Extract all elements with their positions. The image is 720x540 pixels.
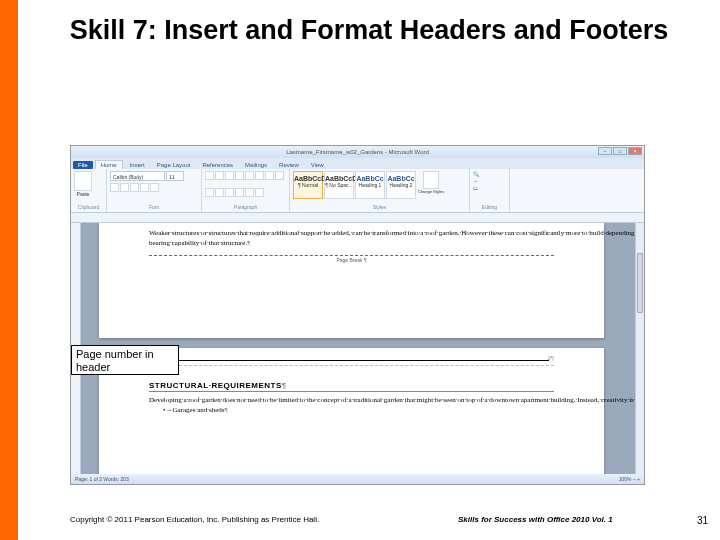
- select-button[interactable]: ▭: [473, 185, 478, 191]
- indent-button[interactable]: [245, 171, 254, 180]
- window-title-text: Lastname_Firstname_w02_Gardens - Microso…: [286, 149, 429, 155]
- shading-button[interactable]: [245, 188, 254, 197]
- change-styles-label: Change Styles: [418, 189, 444, 194]
- callout-box: Page number in header: [71, 345, 179, 375]
- status-bar: Page: 1 of 2 Words: 203 100% – +: [71, 474, 644, 484]
- tab-home[interactable]: Home: [95, 160, 123, 169]
- bullet-item-1: •→Garages·and·sheds: [163, 406, 554, 416]
- paragraph-text-1: Weaker·structures·or·structures·that·req…: [149, 229, 554, 249]
- justify-button[interactable]: [225, 188, 234, 197]
- paragraph-group-label: Paragraph: [205, 204, 286, 210]
- scrollbar-thumb[interactable]: [637, 253, 643, 313]
- window-titlebar: Lastname_Firstname_w02_Gardens - Microso…: [71, 146, 644, 158]
- page-1-bottom[interactable]: Weaker·structures·or·structures·that·req…: [99, 223, 604, 338]
- footer-series: Skills for Success with Office 2010 Vol.…: [458, 515, 613, 524]
- word-window: Lastname_Firstname_w02_Gardens - Microso…: [71, 146, 644, 484]
- style-gallery[interactable]: AaBbCcDc ¶ Normal AaBbCcDc ¶ No Spac... …: [293, 171, 416, 199]
- slide-accent-bar: [0, 0, 18, 540]
- paste-label: Paste: [74, 191, 92, 197]
- borders-button[interactable]: [255, 188, 264, 197]
- status-left: Page: 1 of 2 Words: 203: [75, 474, 129, 484]
- clipboard-group-label: Clipboard: [74, 204, 103, 210]
- bold-button[interactable]: [110, 183, 119, 192]
- italic-button[interactable]: [120, 183, 129, 192]
- window-controls: – □ ×: [598, 147, 642, 155]
- bullets-button[interactable]: [205, 171, 214, 180]
- slide-number: 31: [697, 515, 708, 526]
- align-right-button[interactable]: [215, 188, 224, 197]
- style-normal[interactable]: AaBbCcDc ¶ Normal: [293, 171, 323, 199]
- font-group-label: Font: [110, 204, 198, 210]
- paragraph-text-2: Developing·a·roof·garden·does·not·need·t…: [149, 396, 554, 406]
- tab-file[interactable]: File: [73, 161, 93, 169]
- ribbon-group-styles: AaBbCcDc ¶ Normal AaBbCcDc ¶ No Spac... …: [290, 169, 470, 212]
- dedent-button[interactable]: [235, 171, 244, 180]
- align-left-button[interactable]: [275, 171, 284, 180]
- ribbon-group-paragraph: Paragraph: [202, 169, 290, 212]
- styles-group-label: Styles: [293, 204, 466, 210]
- strike-button[interactable]: [140, 183, 149, 192]
- sort-button[interactable]: [255, 171, 264, 180]
- heading-structural-requirements: STRUCTURAL·REQUIREMENTS: [149, 380, 554, 392]
- header-page-number: 2¶: [547, 354, 554, 362]
- callout-leader-line: [179, 360, 549, 361]
- ribbon-group-clipboard: Paste Clipboard: [71, 169, 107, 212]
- horizontal-ruler[interactable]: [71, 213, 644, 223]
- tab-page-layout[interactable]: Page Layout: [152, 161, 196, 169]
- maximize-button[interactable]: □: [613, 147, 627, 155]
- paste-button[interactable]: [74, 171, 92, 191]
- ribbon-group-font: Calibri (Body) 11 Font: [107, 169, 202, 212]
- tab-view[interactable]: View: [306, 161, 329, 169]
- word-screenshot: Lastname_Firstname_w02_Gardens - Microso…: [70, 145, 645, 485]
- tab-references[interactable]: References: [197, 161, 238, 169]
- underline-button[interactable]: [130, 183, 139, 192]
- replace-button[interactable]: ↔: [473, 178, 478, 184]
- style-nospacing[interactable]: AaBbCcDc ¶ No Spac...: [324, 171, 354, 199]
- vertical-scrollbar[interactable]: [635, 223, 644, 474]
- page-break-indicator: Page Break ¶: [149, 255, 554, 264]
- minimize-button[interactable]: –: [598, 147, 612, 155]
- tab-review[interactable]: Review: [274, 161, 304, 169]
- editing-group-label: Editing: [473, 204, 506, 210]
- status-right: 100% – +: [619, 474, 640, 484]
- find-button[interactable]: 🔍: [473, 171, 479, 177]
- ribbon: Paste Clipboard Calibri (Body) 11: [71, 169, 644, 213]
- linespacing-button[interactable]: [235, 188, 244, 197]
- style-heading2[interactable]: AaBbCc Heading 2: [386, 171, 416, 199]
- showmarks-button[interactable]: [265, 171, 274, 180]
- change-styles-button[interactable]: [423, 171, 439, 189]
- subscript-button[interactable]: [150, 183, 159, 192]
- font-name-combo[interactable]: Calibri (Body): [110, 171, 165, 181]
- tab-mailings[interactable]: Mailings: [240, 161, 272, 169]
- style-heading1[interactable]: AaBbCc Heading 1: [355, 171, 385, 199]
- numbering-button[interactable]: [215, 171, 224, 180]
- ribbon-group-editing: 🔍 ↔ ▭ Editing: [470, 169, 510, 212]
- close-button[interactable]: ×: [628, 147, 642, 155]
- multilevel-button[interactable]: [225, 171, 234, 180]
- slide-title: Skill 7: Insert and Format Headers and F…: [18, 0, 720, 56]
- font-size-combo[interactable]: 11: [166, 171, 184, 181]
- slide-content: Skill 7: Insert and Format Headers and F…: [18, 0, 720, 540]
- footer-copyright: Copyright © 2011 Pearson Education, Inc.…: [70, 515, 319, 524]
- align-center-button[interactable]: [205, 188, 214, 197]
- tab-insert[interactable]: Insert: [125, 161, 150, 169]
- ribbon-tabs: File Home Insert Page Layout References …: [71, 158, 644, 169]
